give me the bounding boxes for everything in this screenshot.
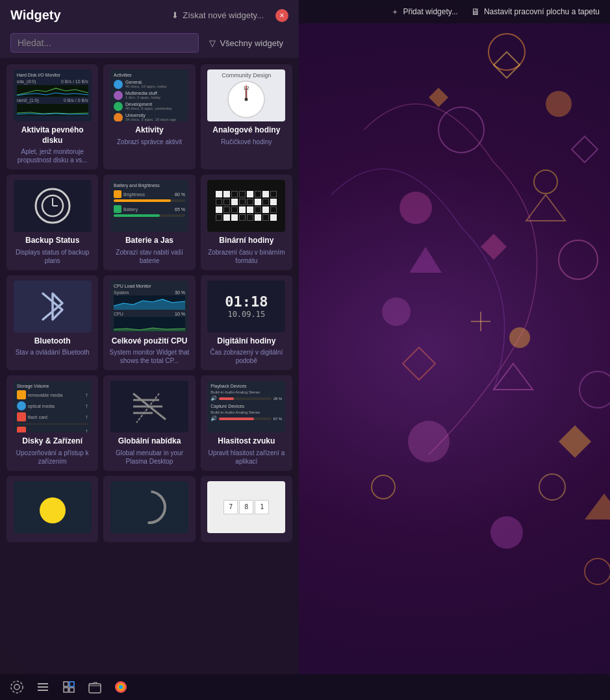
files-icon: [88, 680, 102, 694]
svg-marker-11: [494, 52, 520, 78]
firefox-icon: [114, 680, 128, 694]
widget-card-sun[interactable]: [6, 476, 98, 542]
plus-icon: ＋: [391, 6, 399, 18]
widget-card-sound[interactable]: Playback Devices Build-in Audio Analog S…: [201, 375, 292, 471]
search-input[interactable]: [10, 33, 199, 53]
widget-card-calendar[interactable]: 7 8 1: [201, 476, 292, 542]
svg-point-8: [579, 371, 610, 408]
svg-point-45: [14, 684, 19, 690]
widget-preview-bluetooth: [14, 281, 92, 332]
widget-preview-activities: Activities General.40 docs, 10 apps, tod…: [110, 69, 188, 121]
widget-desc: Čas zobrazený v digitální podobě: [206, 348, 287, 365]
widget-preview-digital-clock: 01:18 10.09.15: [207, 281, 285, 332]
widget-desc: Zobrazí správce aktivit: [117, 138, 182, 146]
svg-rect-52: [64, 688, 68, 692]
svg-point-31: [245, 98, 248, 101]
widget-name: Aktivity: [135, 125, 163, 136]
svg-point-23: [585, 558, 610, 584]
widget-panel: Widgety ⬇ Získat nové widgety... × ▽ Vše…: [0, 0, 299, 674]
svg-rect-48: [38, 686, 48, 688]
svg-point-1: [546, 91, 572, 117]
filter-button[interactable]: ▽ Všechny widgety: [204, 36, 288, 51]
svg-marker-17: [526, 195, 565, 221]
svg-rect-53: [70, 688, 74, 692]
svg-marker-36: [114, 299, 185, 310]
widget-name: Binární hodiny: [219, 236, 273, 246]
top-bar: ＋ Přidat widgety... 🖥 Nastavit pracovní …: [299, 0, 610, 23]
widget-name: Bluetooth: [34, 336, 71, 347]
digital-clock-time: 01:18: [225, 294, 268, 310]
configure-icon: 🖥: [471, 6, 480, 17]
svg-marker-15: [403, 347, 435, 380]
widget-card-global-menu[interactable]: Globální nabídka Global menubar in your …: [103, 375, 195, 471]
svg-marker-19: [494, 364, 533, 390]
svg-point-5: [559, 240, 598, 279]
widget-card-cpu[interactable]: CPU Load Monitor System 30 % CPU 10 %: [103, 275, 195, 371]
svg-point-0: [489, 34, 525, 70]
widget-card-loading[interactable]: [103, 476, 195, 542]
widget-name: Digitální hodiny: [217, 336, 275, 347]
svg-rect-50: [64, 682, 68, 686]
svg-marker-14: [481, 234, 507, 260]
widget-desc: System monitor Widget that shows the tot…: [108, 348, 190, 365]
widget-desc: Stav a ovládání Bluetooth: [16, 348, 90, 356]
widget-card-activities[interactable]: Activities General.40 docs, 10 apps, tod…: [103, 64, 195, 169]
svg-marker-16: [559, 425, 591, 458]
configure-desktop-button[interactable]: 🖥 Nastavit pracovní plochu a tapetu: [466, 4, 605, 19]
widget-card-disks[interactable]: Storage Volume removable media ↑ optical…: [6, 375, 98, 471]
widget-desc: Zobrazí stav nabití vaší baterie: [108, 248, 190, 265]
taskbar-item-firefox[interactable]: [109, 675, 133, 699]
svg-marker-12: [429, 88, 448, 107]
search-area: ▽ Všechny widgety: [0, 28, 299, 58]
panel-header: Widgety ⬇ Získat nové widgety... ×: [0, 0, 299, 28]
svg-point-44: [134, 492, 165, 523]
taskbar-item-menu[interactable]: [31, 675, 55, 699]
svg-rect-51: [70, 682, 74, 686]
widget-preview-sun: [14, 481, 92, 533]
widget-card-battery[interactable]: Battery and Brightness Brightness 80 % B…: [103, 175, 195, 270]
svg-point-9: [408, 421, 450, 462]
add-widgets-button[interactable]: ＋ Přidat widgety...: [386, 4, 463, 20]
widget-card-bluetooth[interactable]: Bluetooth Stav a ovládání Bluetooth: [6, 275, 98, 371]
taskbar-item-store[interactable]: [57, 675, 81, 699]
svg-marker-20: [585, 494, 610, 519]
digital-clock-date: 10.09.15: [227, 310, 265, 319]
widget-desc: Displays status of backup plans: [12, 248, 93, 265]
svg-point-46: [11, 681, 23, 693]
get-widgets-button[interactable]: ⬇ Získat nové widgety...: [168, 8, 268, 23]
widget-name: Baterie a Jas: [125, 236, 173, 246]
widget-card-hdd[interactable]: Hard Disk I/O Monitor sda_(8:0)0 B/s / 1…: [6, 64, 98, 169]
store-icon: [62, 680, 76, 694]
widget-desc: Global menubar in your Plasma Desktop: [108, 449, 190, 466]
widget-card-analog-clock[interactable]: Community Design 12 Analogové hodiny: [201, 64, 292, 169]
bluetooth-symbol: [36, 284, 69, 329]
widget-preview-analog-clock: Community Design 12: [207, 69, 285, 121]
widget-card-binary[interactable]: Binární hodiny Zobrazení času v binárním…: [201, 175, 292, 270]
taskbar-item-files[interactable]: [83, 675, 107, 699]
filter-icon: ▽: [209, 38, 216, 48]
widget-card-backup[interactable]: Backup Status Displays status of backup …: [6, 175, 98, 270]
widget-desc: Zobrazení času v binárním formátu: [206, 248, 287, 265]
widget-card-digital-clock[interactable]: 01:18 10.09.15 Digitální hodiny Čas zobr…: [201, 275, 292, 371]
svg-marker-13: [572, 136, 598, 162]
widget-name: Analogové hodiny: [212, 125, 280, 136]
menu-icon: [36, 680, 50, 694]
svg-rect-47: [38, 683, 48, 684]
filter-label: Všechny widgety: [220, 38, 283, 48]
download-icon: ⬇: [172, 10, 179, 20]
svg-point-6: [382, 297, 411, 326]
widget-preview-disks: Storage Volume removable media ↑ optical…: [14, 381, 92, 432]
widget-grid: Hard Disk I/O Monitor sda_(8:0)0 B/s / 1…: [0, 58, 299, 674]
taskbar-item-settings[interactable]: [5, 675, 29, 699]
header-actions: ⬇ Získat nové widgety... ×: [168, 8, 288, 23]
widget-desc: Ručičkové hodiny: [221, 138, 272, 146]
widget-preview-binary: [207, 180, 285, 232]
svg-point-57: [119, 685, 123, 689]
settings-icon: [10, 680, 24, 694]
svg-point-21: [372, 475, 395, 499]
widget-name: Disky & Zařízení: [22, 436, 83, 447]
widget-preview-loading: [110, 481, 188, 533]
widget-desc: Upozorňování a přístup k zařízením: [12, 449, 93, 466]
svg-rect-54: [89, 684, 101, 693]
close-button[interactable]: ×: [275, 9, 288, 22]
